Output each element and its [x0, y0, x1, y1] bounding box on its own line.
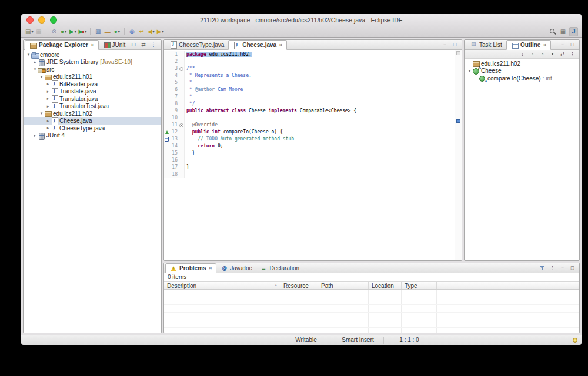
collapse-all-button[interactable]: [129, 41, 137, 49]
hide-static-button[interactable]: [539, 50, 546, 58]
skip-breakpoints-button[interactable]: [49, 27, 58, 36]
minimize-button[interactable]: [559, 41, 566, 49]
expander-icon[interactable]: ▸: [45, 89, 51, 94]
java-search-button[interactable]: [128, 27, 136, 36]
tab-cheesetype-java[interactable]: CheeseType.java: [165, 40, 228, 49]
expander-icon[interactable]: ▸: [45, 104, 51, 109]
find-actions-button[interactable]: [548, 27, 557, 36]
debug-button[interactable]: ▾: [59, 27, 68, 36]
table-row[interactable]: [164, 328, 579, 333]
column-header-description[interactable]: Description^: [164, 282, 280, 289]
tree-item-translate-java[interactable]: ▸Translate.java: [24, 88, 161, 96]
close-icon[interactable]: ×: [279, 42, 282, 48]
outline-tree[interactable]: edu.ics211.h02▾CheesecompareTo(Cheese) :…: [465, 59, 579, 260]
close-icon[interactable]: ×: [91, 42, 94, 48]
new-java-project-button[interactable]: [93, 27, 102, 36]
column-header-type[interactable]: Type: [402, 282, 437, 289]
expander-icon[interactable]: ▾: [39, 111, 44, 116]
column-header-path[interactable]: Path: [318, 282, 369, 289]
java-perspective-button[interactable]: [569, 27, 578, 36]
tree-item-jre-system-library[interactable]: ▸JRE System Library[JavaSE-10]: [24, 59, 161, 66]
column-header-location[interactable]: Location: [369, 282, 402, 289]
expander-icon[interactable]: ▾: [467, 69, 472, 73]
tree-item-cheesetype-java[interactable]: ▸CheeseType.java: [24, 125, 161, 132]
tree-item-junit-4[interactable]: ▸JUnit 4: [24, 132, 161, 140]
problems-table-body[interactable]: [164, 290, 579, 333]
tab-task-list[interactable]: Task List: [466, 40, 506, 49]
task-overview-marker-icon[interactable]: [456, 119, 460, 123]
maximize-button[interactable]: [569, 264, 576, 272]
maximize-button[interactable]: [451, 41, 459, 49]
fold-column[interactable]: [178, 122, 185, 129]
override-marker-icon[interactable]: [165, 130, 169, 134]
back-button[interactable]: ▾: [146, 27, 155, 36]
save-button[interactable]: [34, 27, 43, 36]
notification-icon[interactable]: [573, 338, 577, 343]
tree-item-compareto-cheese[interactable]: compareTo(Cheese) : int: [465, 75, 579, 82]
open-perspective-button[interactable]: [559, 27, 567, 36]
table-row[interactable]: [164, 305, 579, 313]
link-with-editor-button[interactable]: [139, 41, 147, 49]
expander-icon[interactable]: ▸: [32, 133, 38, 138]
new-class-button[interactable]: ▾: [112, 27, 121, 36]
table-row[interactable]: [164, 313, 579, 320]
new-button[interactable]: ▾: [25, 27, 34, 36]
fold-collapse-icon[interactable]: [179, 123, 183, 127]
tree-item-translatortest-java[interactable]: ▸TranslatorTest.java: [24, 103, 161, 110]
title-bar[interactable]: 211f20-workspace - cmoore/src/edu/ics211…: [21, 14, 582, 26]
annotation-summary-icon[interactable]: [456, 51, 460, 55]
expander-icon[interactable]: ▸: [45, 119, 51, 123]
close-icon[interactable]: ×: [543, 42, 546, 48]
expander-icon[interactable]: ▸: [45, 82, 51, 86]
tab-junit[interactable]: JUnit: [99, 40, 130, 49]
fold-column[interactable]: [178, 65, 185, 72]
task-marker-icon[interactable]: [165, 137, 169, 142]
hide-fields-button[interactable]: [529, 50, 536, 58]
tree-item-cheese-java[interactable]: ▸Cheese.java: [24, 118, 161, 125]
tree-item-edu-ics211-h02[interactable]: edu.ics211.h02: [465, 60, 579, 68]
column-header-resource[interactable]: Resource: [280, 282, 318, 289]
tab-problems[interactable]: Problems×: [165, 263, 216, 273]
view-menu-button[interactable]: [149, 41, 157, 49]
tree-item-edu-ics211-h02[interactable]: ▾edu.ics211.h02: [24, 110, 161, 118]
expander-icon[interactable]: ▾: [39, 75, 44, 79]
expander-icon[interactable]: ▾: [32, 67, 38, 72]
table-row[interactable]: [164, 297, 579, 305]
tab-package-explorer[interactable]: Package Explorer×: [25, 40, 99, 50]
expander-icon[interactable]: ▸: [32, 60, 38, 65]
tree-item-src[interactable]: ▾src: [24, 66, 161, 73]
minimize-button[interactable]: [159, 41, 162, 49]
overview-ruler[interactable]: [455, 50, 462, 260]
new-package-button[interactable]: [103, 27, 112, 36]
view-menu-button[interactable]: [569, 50, 576, 58]
tree-item-bitreader-java[interactable]: ▸BitReader.java: [24, 80, 161, 88]
tab-outline[interactable]: Outline×: [506, 40, 551, 50]
expander-icon[interactable]: ▾: [26, 52, 31, 57]
table-row[interactable]: [164, 320, 579, 328]
tab-javadoc[interactable]: Javadoc: [216, 263, 256, 273]
link-with-editor-button[interactable]: [559, 50, 566, 58]
last-edit-button[interactable]: [137, 27, 146, 36]
expander-icon[interactable]: ▸: [45, 96, 51, 101]
expander-icon[interactable]: ▸: [45, 126, 51, 130]
fold-collapse-icon[interactable]: [179, 67, 183, 71]
minimize-button[interactable]: [441, 41, 449, 49]
package-explorer-tree[interactable]: ▾cmoore▸JRE System Library[JavaSE-10]▾sr…: [24, 50, 161, 333]
maximize-button[interactable]: [569, 41, 576, 49]
minimize-button[interactable]: [559, 264, 566, 272]
view-menu-button[interactable]: [549, 264, 556, 272]
table-row[interactable]: [164, 290, 579, 297]
code-area[interactable]: 1package edu.ics211.h02;23/**4 * Represe…: [164, 50, 455, 260]
tree-item-cheese[interactable]: ▾Cheese: [465, 68, 579, 75]
run-button[interactable]: ▾: [68, 27, 77, 36]
forward-button[interactable]: ▾: [156, 27, 165, 36]
filter-button[interactable]: [539, 264, 546, 272]
external-tools-button[interactable]: ▾: [78, 27, 87, 36]
tab-cheese-java[interactable]: Cheese.java×: [228, 40, 287, 50]
tree-item-cmoore[interactable]: ▾cmoore: [24, 51, 161, 59]
hide-non-public-button[interactable]: [549, 50, 556, 58]
sort-button[interactable]: [519, 50, 526, 58]
tab-declaration[interactable]: Declaration: [256, 263, 304, 273]
tree-item-translator-java[interactable]: ▸Translator.java: [24, 95, 161, 103]
tree-item-edu-ics211-h01[interactable]: ▾edu.ics211.h01: [24, 73, 161, 81]
